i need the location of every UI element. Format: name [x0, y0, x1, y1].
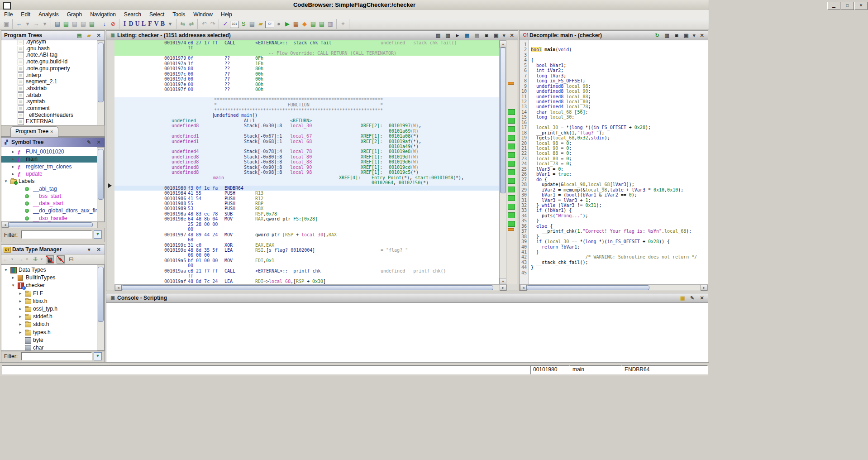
listing-row[interactable]: ff — [114, 45, 499, 50]
dtm-filter-input[interactable] — [21, 352, 92, 360]
listing-row[interactable]: 0010197b80??80h — [114, 66, 499, 71]
decompile-line[interactable]: bool bVar1; — [531, 63, 566, 68]
decompile-line[interactable]: bVar1 = true; — [531, 172, 572, 177]
close-icon[interactable]: ✕ — [95, 246, 102, 253]
listing-row[interactable]: 0010198e64 48 8b 04MOVRAX,qword ptr FS:[… — [114, 216, 499, 221]
toolbar-back[interactable]: ← — [15, 20, 23, 28]
collapsed-arrow-icon[interactable]: ► — [19, 331, 22, 335]
decompile-line[interactable]: } — [531, 218, 539, 224]
toolbar-save-program[interactable]: ▤ — [79, 20, 87, 28]
edit-icon[interactable]: ✎ — [86, 139, 93, 146]
dtm-back-menu[interactable]: ▾ — [10, 255, 14, 264]
toolbar-validate[interactable]: ✓ — [221, 20, 229, 28]
listing-row[interactable]: 001019790f??0Fh — [114, 56, 499, 61]
decompile-line[interactable]: lVar3 = lVar3 + 1; — [531, 198, 591, 203]
decompile-line[interactable]: undefined4 local_78; — [531, 104, 591, 110]
listing-row[interactable]: ****************************************… — [114, 97, 499, 102]
dtm-forward-button[interactable]: → — [16, 255, 24, 264]
menu-search[interactable]: Search — [120, 10, 145, 18]
toolbar-bytes-table[interactable]: ▦ — [292, 20, 300, 28]
decompile-line[interactable]: bool main(void) — [531, 47, 572, 53]
listing-row[interactable]: 25 28 00 00 — [114, 222, 499, 227]
symbol-tree[interactable]: ►ƒFUN_00101020►ƒmain►ƒregister_tm_clones… — [1, 147, 105, 222]
toolbar-open-program[interactable]: ▤ — [62, 20, 70, 28]
toolbar-undo[interactable]: ↶ — [200, 20, 208, 28]
snapshot-icon[interactable]: ◙ — [483, 32, 490, 39]
menu-graph[interactable]: Graph — [63, 10, 86, 18]
symbol-tree-hscrollbar[interactable]: ◄ — [1, 221, 98, 228]
paste-icon[interactable]: ▥ — [444, 32, 452, 39]
toolbar-function-graph[interactable]: Cf — [265, 21, 274, 28]
listing-row[interactable]: 00101974e8 27 17 ffCALL<EXTERNAL>::__sta… — [114, 40, 499, 45]
listing-row[interactable]: 68 — [114, 237, 499, 242]
toolbar-data-type-manager[interactable]: ▰ — [257, 20, 265, 28]
decompile-line[interactable]: long local_30; — [531, 115, 574, 120]
listing-row[interactable]: 00 — [114, 263, 499, 268]
close-icon[interactable]: ✕ — [698, 294, 706, 302]
listing-row[interactable]: 0010198441 55PUSHR13 — [114, 191, 499, 196]
listing-row[interactable]: 00101a49(*) — [114, 144, 499, 149]
toolbar-run-script[interactable]: ▶ — [283, 20, 291, 28]
cursor-icon[interactable]: ► — [454, 32, 461, 39]
listing-row[interactable]: undefined8Stack[-0x98]:8local_98XREF[1]:… — [114, 170, 499, 175]
decompile-line[interactable]: local_30 = *(long *)(in_FS_OFFSET + 0x28… — [531, 125, 651, 130]
toolbar-forward-menu[interactable]: ▾ — [41, 20, 49, 28]
decompile-line[interactable]: local_80 = 0; — [531, 156, 572, 162]
decompile-line[interactable]: undefined8 local_80; — [531, 99, 591, 105]
toolbar-run-program-script[interactable]: ▤ — [88, 20, 96, 28]
decompile-line[interactable]: __printf_chk(1,"Correct! Your flag is: %… — [531, 229, 692, 234]
copy-icon[interactable]: ▥ — [434, 32, 442, 39]
toolbar-key[interactable]: ✦ — [339, 20, 347, 28]
listing-row[interactable]: ff — [114, 273, 499, 278]
toolbar-clear-code[interactable]: ⊘ — [109, 20, 117, 28]
menu-file[interactable]: File — [0, 10, 17, 18]
decompile-line[interactable]: return !bVar1; — [531, 244, 580, 250]
decompile-line[interactable]: __printf_chk(1,"flag? "); — [531, 130, 605, 136]
dtm-back-button[interactable]: ← — [2, 255, 10, 264]
dtm-filter-pointers-button[interactable]: ✎ — [57, 255, 65, 264]
collapsed-arrow-icon[interactable]: ► — [19, 292, 22, 296]
close-icon[interactable]: ✕ — [508, 32, 515, 39]
menu-analysis[interactable]: Analysis — [34, 10, 63, 18]
toolbar-script-manager[interactable]: S — [239, 20, 248, 28]
listing-row[interactable]: 00101980f3 0f 1e faENDBR64 — [114, 186, 499, 191]
decompile-line[interactable]: long lVar3; — [531, 73, 566, 79]
listing-header[interactable]: ▥ Listing: checker - (1151 addresses sel… — [106, 30, 518, 41]
listing-row[interactable]: undefined8Stack[-0x90]:8local_90XREF[1]:… — [114, 165, 499, 170]
decompile-line[interactable]: local_98 = 0; — [531, 141, 572, 146]
decompile-line[interactable]: local_90 = 0; — [531, 146, 572, 151]
data-type-manager-header[interactable]: DT Data Type Manager ▾ ✕ — [1, 244, 105, 255]
toolbar-diff-program[interactable]: ▤ — [53, 20, 62, 28]
decompile-line[interactable]: { — [531, 58, 534, 63]
data-type-item[interactable]: ►libio.h — [1, 298, 105, 305]
toolbar-data-type-B[interactable]: B — [160, 20, 166, 28]
decompile-line[interactable]: bVar1 = (bool)(bVar1 & iVar2 == 0); — [531, 192, 637, 198]
program-tree-item[interactable]: _elfSectionHeaders — [1, 112, 105, 119]
program-tree-item[interactable]: EXTERNAL — [1, 118, 105, 125]
toolbar-data-type-D[interactable]: D — [128, 20, 134, 28]
symbol-tree-item[interactable]: __dso_handle — [1, 215, 105, 222]
decompile-line[interactable]: do { — [531, 177, 547, 182]
decompile-line[interactable]: } while (lVar3 != 0x31); — [531, 203, 602, 208]
toolbar-checkin[interactable]: ▥ — [326, 20, 334, 28]
dtm-relationship-menu[interactable]: ▾ — [40, 255, 43, 264]
toolbar-symbol-tree-tool[interactable]: ▤ — [318, 20, 326, 28]
data-type-item[interactable]: ►types.h — [1, 329, 105, 336]
listing-row[interactable]: undefined8Stack[-0x30]:8local_30XREF[2]:… — [114, 123, 499, 128]
listing-row[interactable]: -- Flow Override: CALL RETURN (CALL TERM… — [114, 51, 499, 56]
program-tree-item[interactable]: .shstrtab — [1, 85, 105, 92]
decompile-line[interactable]: int iVar2; — [531, 68, 563, 73]
data-type-item[interactable]: ►ELF — [1, 290, 105, 297]
program-tree-item[interactable]: .gnu.hash — [1, 45, 105, 52]
decompile-line[interactable]: /* WARNING: Subroutine does not return *… — [531, 254, 697, 260]
listing-row[interactable]: 0010197e00??00h — [114, 82, 499, 87]
decompile-line[interactable]: } — [531, 249, 539, 255]
symbol-tree-filter-input[interactable] — [21, 230, 92, 239]
toolbar-data-type-menu[interactable]: ▾ — [166, 20, 174, 28]
toolbar-symbol-table[interactable]: ▤ — [309, 20, 317, 28]
collapsed-arrow-icon[interactable]: ► — [11, 150, 15, 154]
listing-row[interactable]: 001019a5bf 01 00 00MOVEDI,0x1 — [114, 258, 499, 263]
window-menu-icon[interactable]: ▣ — [492, 32, 500, 39]
toolbar-close-program[interactable]: ▤ — [71, 20, 79, 28]
data-type-item[interactable]: ▼Data Types — [1, 267, 105, 273]
